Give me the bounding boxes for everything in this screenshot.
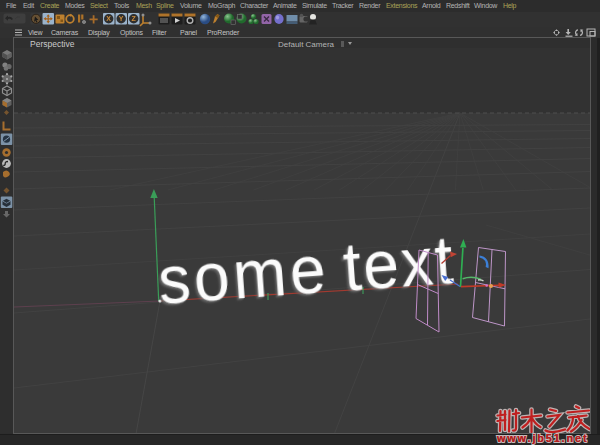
svg-text:www.jb51.net: www.jb51.net xyxy=(496,432,588,444)
svg-text:X: X xyxy=(106,15,111,22)
svg-text:Z: Z xyxy=(132,15,137,22)
svg-text:Y: Y xyxy=(119,15,124,22)
